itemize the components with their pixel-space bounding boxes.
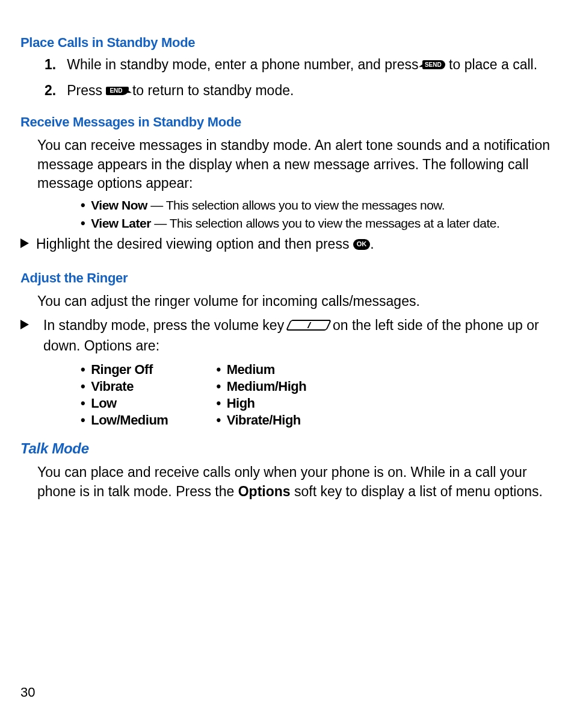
- heading-talk-mode: Talk Mode: [20, 440, 554, 457]
- arrow-highlight-a: Highlight the desired viewing option and…: [36, 236, 353, 252]
- view-now-label: View Now: [91, 198, 147, 212]
- bullet-icon: •: [81, 199, 85, 212]
- options-word: Options: [238, 484, 291, 499]
- talk-para-b: soft key to display a list of menu optio…: [291, 484, 543, 499]
- bullet-icon: •: [81, 363, 85, 376]
- step-number: 1.: [45, 57, 56, 73]
- opt-medium: •Medium: [216, 362, 306, 378]
- heading-receive-messages: Receive Messages in Standby Mode: [20, 114, 554, 130]
- step-1-text-b: to place a call.: [449, 57, 537, 72]
- step-1: 1. While in standby mode, enter a phone …: [45, 57, 554, 73]
- volume-key-icon: [285, 320, 331, 331]
- talk-mode-paragraph: You can place and receive calls only whe…: [37, 463, 554, 501]
- ringer-options-columns: •Ringer Off •Vibrate •Low •Low/Medium •M…: [20, 362, 554, 429]
- triangle-icon: [20, 320, 29, 329]
- arrow-volume-a: In standby mode, press the volume key: [43, 317, 288, 333]
- step-number: 2.: [45, 82, 56, 99]
- step-text: Press END to return to standby mode.: [67, 82, 294, 99]
- arrow-step-highlight: Highlight the desired viewing option and…: [20, 234, 554, 254]
- view-now-desc: — This selection allows you to view the …: [147, 198, 445, 212]
- arrow-step-volume: In standby mode, press the volume key on…: [20, 316, 554, 356]
- ok-key-icon: OK: [353, 239, 371, 250]
- triangle-icon: [20, 238, 29, 248]
- heading-place-calls: Place Calls in Standby Mode: [20, 35, 554, 51]
- ringer-paragraph: You can adjust the ringer volume for inc…: [37, 292, 554, 311]
- opt-ringer-off: •Ringer Off: [81, 362, 168, 378]
- list-item-view-now: • View Now — This selection allows you t…: [81, 198, 554, 213]
- step-2: 2. Press END to return to standby mode.: [45, 82, 554, 99]
- bullet-icon: •: [216, 363, 220, 376]
- step-text: While in standby mode, enter a phone num…: [67, 57, 537, 73]
- bullet-icon: •: [216, 397, 220, 410]
- end-key-icon: END: [106, 87, 128, 95]
- ringer-col-1: •Ringer Off •Vibrate •Low •Low/Medium: [81, 362, 168, 429]
- ordered-list-place-calls: 1. While in standby mode, enter a phone …: [20, 57, 554, 99]
- ringer-col-2: •Medium •Medium/High •High •Vibrate/High: [216, 362, 306, 429]
- opt-medium-high: •Medium/High: [216, 379, 306, 394]
- bullet-icon: •: [81, 217, 85, 230]
- opt-high: •High: [216, 396, 306, 411]
- send-key-icon: SEND: [422, 60, 445, 69]
- opt-vibrate-high: •Vibrate/High: [216, 412, 306, 428]
- bullet-icon: •: [81, 414, 85, 427]
- heading-adjust-ringer: Adjust the Ringer: [20, 270, 554, 286]
- step-2-text-a: Press: [67, 82, 106, 98]
- bullet-icon: •: [81, 380, 85, 393]
- page-number: 30: [20, 685, 35, 700]
- step-2-text-b: to return to standby mode.: [132, 82, 294, 98]
- arrow-highlight-b: .: [370, 236, 374, 252]
- list-item-view-later: • View Later — This selection allows you…: [81, 216, 554, 231]
- bullet-icon: •: [81, 397, 85, 410]
- view-later-label: View Later: [91, 216, 151, 230]
- opt-low-medium: •Low/Medium: [81, 412, 168, 428]
- receive-paragraph: You can receive messages in standby mode…: [37, 136, 554, 193]
- bullet-icon: •: [216, 380, 220, 393]
- bullet-icon: •: [216, 414, 220, 427]
- opt-vibrate: •Vibrate: [81, 379, 168, 394]
- opt-low: •Low: [81, 396, 168, 411]
- step-1-text-a: While in standby mode, enter a phone num…: [67, 57, 422, 72]
- view-later-desc: — This selection allows you to view the …: [151, 216, 499, 230]
